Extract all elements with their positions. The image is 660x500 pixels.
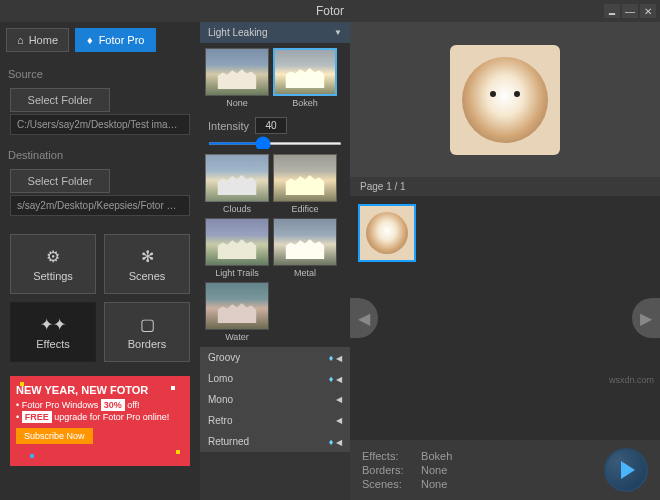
home-label: Home bbox=[29, 34, 58, 46]
intensity-label: Intensity bbox=[208, 120, 249, 132]
promo-banner: NEW YEAR, NEW FOTOR • Fotor Pro Windows … bbox=[10, 376, 190, 466]
effect-thumb-clouds[interactable]: Clouds bbox=[205, 154, 269, 214]
nav-next-button[interactable]: ▶ bbox=[632, 298, 660, 338]
preview-area: Page 1 / 1 ◀ ▶ Effects: Bokeh Borders: N… bbox=[350, 22, 660, 500]
preview-image bbox=[450, 45, 560, 155]
source-label: Source bbox=[8, 68, 194, 80]
chevron-left-icon: ◀ bbox=[336, 438, 342, 447]
pro-label: Fotor Pro bbox=[99, 34, 145, 46]
destination-path-field[interactable]: s/say2m/Desktop/Keepsies/Fotor Batch bbox=[10, 195, 190, 216]
gem-icon: ♦ bbox=[87, 34, 93, 46]
home-icon: ⌂ bbox=[17, 34, 24, 46]
status-bar: Effects: Bokeh Borders: None Scenes: Non… bbox=[350, 440, 660, 500]
status-borders-value: None bbox=[421, 464, 447, 476]
gem-icon: ♦ bbox=[329, 374, 334, 384]
chevron-left-icon: ◀ bbox=[336, 354, 342, 363]
settings-label: Settings bbox=[33, 270, 73, 282]
status-effects-value: Bokeh bbox=[421, 450, 452, 462]
app-title: Fotor bbox=[316, 4, 344, 18]
gem-icon: ♦ bbox=[329, 353, 334, 363]
sidebar: ⌂ Home ♦ Fotor Pro Source Select Folder … bbox=[0, 22, 200, 500]
title-bar: Fotor 🗕 — ✕ bbox=[0, 0, 660, 22]
effect-group-groovy[interactable]: Groovy ♦ ◀ bbox=[200, 347, 350, 368]
filmstrip: ◀ ▶ bbox=[350, 196, 660, 440]
source-path-field[interactable]: C:/Users/say2m/Desktop/Test images bbox=[10, 114, 190, 135]
chevron-left-icon: ◀ bbox=[336, 395, 342, 404]
sparkle-icon: ✻ bbox=[141, 247, 154, 266]
preview-main bbox=[350, 22, 660, 177]
effect-group-light-leaking[interactable]: Light Leaking ▼ bbox=[200, 22, 350, 43]
effect-thumb-metal[interactable]: Metal bbox=[273, 218, 337, 278]
borders-label: Borders bbox=[128, 338, 167, 350]
effects-icon: ✦✦ bbox=[40, 315, 66, 334]
gear-icon: ⚙ bbox=[46, 247, 60, 266]
status-effects-label: Effects: bbox=[362, 450, 418, 462]
source-select-folder-button[interactable]: Select Folder bbox=[10, 88, 110, 112]
borders-tile[interactable]: ▢ Borders bbox=[104, 302, 190, 362]
intensity-value[interactable]: 40 bbox=[255, 117, 287, 134]
effect-group-returned[interactable]: Returned ♦ ◀ bbox=[200, 431, 350, 452]
effects-tile[interactable]: ✦✦ Effects bbox=[10, 302, 96, 362]
filmstrip-thumb[interactable] bbox=[358, 204, 416, 262]
promo-title: NEW YEAR, NEW FOTOR bbox=[16, 384, 184, 396]
chevron-left-icon: ◀ bbox=[336, 416, 342, 425]
intensity-slider[interactable] bbox=[208, 142, 342, 145]
intensity-row: Intensity 40 bbox=[200, 113, 350, 138]
promo-line-1: • Fotor Pro Windows 30% off! bbox=[16, 400, 184, 410]
scenes-tile[interactable]: ✻ Scenes bbox=[104, 234, 190, 294]
promo-line-2: • FREE upgrade for Fotor Pro online! bbox=[16, 412, 184, 422]
status-scenes-value: None bbox=[421, 478, 447, 490]
effects-panel: Light Leaking ▼ None Bokeh Intensity 40 … bbox=[200, 22, 350, 500]
effect-group-mono[interactable]: Mono ◀ bbox=[200, 389, 350, 410]
fotor-pro-button[interactable]: ♦ Fotor Pro bbox=[75, 28, 156, 52]
home-button[interactable]: ⌂ Home bbox=[6, 28, 69, 52]
destination-label: Destination bbox=[8, 149, 194, 161]
minimize-icon[interactable]: 🗕 bbox=[604, 4, 620, 18]
maximize-icon[interactable]: — bbox=[622, 4, 638, 18]
chevron-down-icon: ▼ bbox=[334, 28, 342, 37]
status-scenes-label: Scenes: bbox=[362, 478, 418, 490]
effect-thumb-light-trails[interactable]: Light Trails bbox=[205, 218, 269, 278]
effect-thumb-bokeh[interactable]: Bokeh bbox=[273, 48, 337, 108]
settings-tile[interactable]: ⚙ Settings bbox=[10, 234, 96, 294]
close-icon[interactable]: ✕ bbox=[640, 4, 656, 18]
scenes-label: Scenes bbox=[129, 270, 166, 282]
page-indicator: Page 1 / 1 bbox=[350, 177, 660, 196]
effect-group-retro[interactable]: Retro ◀ bbox=[200, 410, 350, 431]
borders-icon: ▢ bbox=[140, 315, 155, 334]
destination-select-folder-button[interactable]: Select Folder bbox=[10, 169, 110, 193]
status-borders-label: Borders: bbox=[362, 464, 418, 476]
effect-thumb-none[interactable]: None bbox=[205, 48, 269, 108]
effect-group-label: Light Leaking bbox=[208, 27, 268, 38]
gem-icon: ♦ bbox=[329, 437, 334, 447]
effect-thumb-water[interactable]: Water bbox=[205, 282, 269, 342]
chevron-left-icon: ◀ bbox=[336, 375, 342, 384]
effects-label: Effects bbox=[36, 338, 69, 350]
subscribe-button[interactable]: Subscribe Now bbox=[16, 428, 93, 444]
effect-group-lomo[interactable]: Lomo ♦ ◀ bbox=[200, 368, 350, 389]
nav-prev-button[interactable]: ◀ bbox=[350, 298, 378, 338]
effect-thumb-edifice[interactable]: Edifice bbox=[273, 154, 337, 214]
window-controls: 🗕 — ✕ bbox=[604, 4, 656, 18]
play-button[interactable] bbox=[604, 448, 648, 492]
